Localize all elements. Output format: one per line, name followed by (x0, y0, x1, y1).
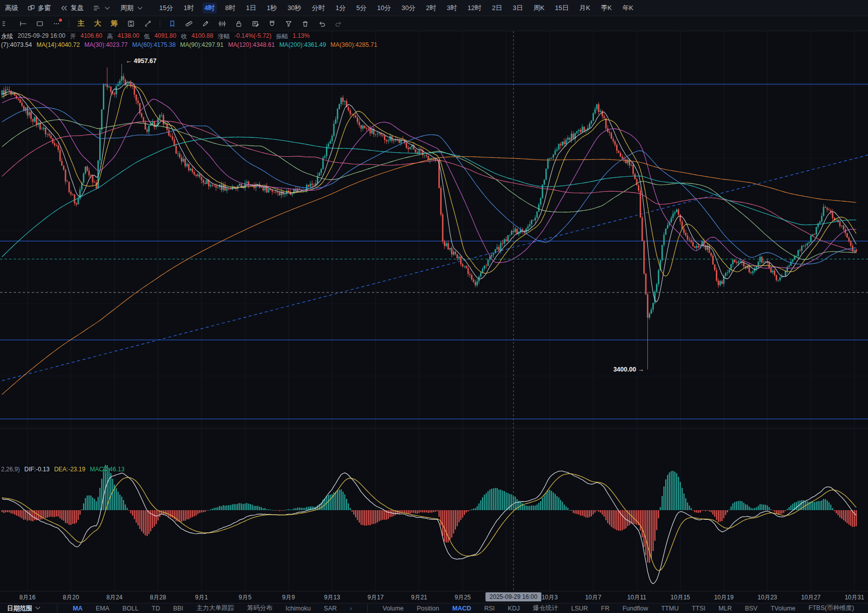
axis-label-10: 9月25 (454, 593, 471, 602)
tab-sub-TTSI[interactable]: TTSI (692, 605, 705, 612)
tab-main-BOLL[interactable]: BOLL (122, 605, 139, 612)
axis-label-5: 9月5 (239, 593, 251, 602)
price-chart-canvas[interactable]: ← 4957.673400.00 → (0, 0, 868, 613)
tab-sub-Position[interactable]: Position (417, 605, 439, 612)
axis-label-11: 10月3 (542, 593, 558, 602)
axis-label-0: 8月16 (19, 593, 35, 602)
tab-sub-LSUR[interactable]: LSUR (571, 605, 588, 612)
tab-sub-爆仓统计[interactable]: 爆仓统计 (533, 604, 558, 612)
trading-terminal: ← 4957.673400.00 → 高级多窗复盘周期15分1时4时8时1日1秒… (0, 0, 868, 613)
tab-sub-MLR[interactable]: MLR (718, 605, 731, 612)
axis-label-17: 10月27 (801, 593, 821, 602)
tab-main-BBI[interactable]: BBI (173, 605, 183, 612)
tab-main-主力大单跟踪[interactable]: 主力大单跟踪 (196, 604, 234, 612)
axis-label-8: 9月17 (368, 593, 384, 602)
tab-sub-KDJ[interactable]: KDJ (508, 605, 520, 612)
crosshair-time-label: 2025-09-29 16:00 (486, 592, 542, 601)
tab-sub-TVolume[interactable]: TVolume (771, 605, 795, 612)
axis-label-18: 10月31 (845, 593, 864, 602)
tab-main-EMA[interactable]: EMA (96, 605, 109, 612)
more-indicators-arrow[interactable]: › (350, 605, 352, 612)
axis-label-7: 9月13 (324, 593, 340, 602)
axis-label-16: 10月23 (758, 593, 777, 602)
axis-label-12: 10月7 (585, 593, 602, 602)
svg-text:← 4957.67: ← 4957.67 (126, 57, 157, 65)
axis-label-9: 9月21 (411, 593, 427, 602)
svg-text:3400.00 →: 3400.00 → (613, 366, 644, 373)
axis-label-4: 9月1 (195, 593, 208, 602)
tab-sub-FR[interactable]: FR (601, 605, 610, 612)
tab-main-TD[interactable]: TD (152, 605, 160, 612)
tab-sub-Fundflow[interactable]: Fundflow (623, 605, 648, 612)
tab-sub-TTMU[interactable]: TTMU (661, 605, 679, 612)
tab-main-筹码分布[interactable]: 筹码分布 (247, 604, 273, 612)
tab-main-Ichimoku[interactable]: Ichimoku (286, 605, 311, 612)
tab-sub-Volume[interactable]: Volume (383, 605, 404, 612)
tabs-divider (57, 604, 57, 612)
indicator-tabs: 日期范围 MAEMABOLLTDBBI主力大单跟踪筹码分布IchimokuSAR… (0, 603, 868, 613)
axis-label-15: 10月19 (714, 593, 733, 602)
tab-main-SAR[interactable]: SAR (324, 605, 337, 612)
date-range-button[interactable]: 日期范围 (7, 604, 42, 613)
axis-label-6: 9月9 (282, 593, 295, 602)
tab-sub-RSI[interactable]: RSI (484, 605, 495, 612)
tabs-divider (367, 604, 368, 612)
tab-main-MA[interactable]: MA (73, 605, 82, 612)
tab-sub-FTBS(币种维度)[interactable]: FTBS(币种维度) (809, 604, 854, 612)
axis-label-2: 8月24 (106, 593, 122, 602)
tab-sub-BSV[interactable]: BSV (745, 605, 758, 612)
axis-label-13: 10月11 (627, 593, 646, 602)
axis-label-14: 10月15 (671, 593, 690, 602)
time-axis[interactable]: 8月168月208月248月289月19月59月99月139月179月219月2… (0, 591, 868, 603)
tab-sub-MACD[interactable]: MACD (452, 605, 472, 612)
axis-label-1: 8月20 (63, 593, 79, 602)
axis-label-3: 8月28 (150, 593, 166, 602)
